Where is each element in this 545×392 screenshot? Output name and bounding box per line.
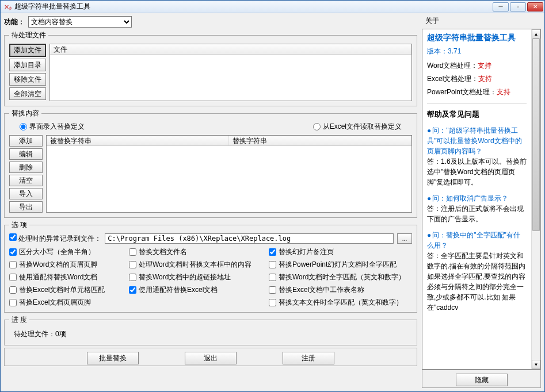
about-label: 关于 [422, 14, 541, 29]
opt-ppt-whole-word[interactable]: 替换PowerPoint幻灯片文档时全字匹配 [269, 260, 412, 270]
batch-replace-button[interactable]: 批量替换 [87, 352, 139, 364]
scroll-up-icon[interactable]: ▲ [532, 29, 540, 39]
source-column-header: 被替换字符串 [47, 136, 229, 145]
opt-word-header-footer[interactable]: 替换Word文档的页眉页脚 [9, 260, 124, 270]
opt-excel-header-footer[interactable]: 替换Excel文档页眉页脚 [9, 298, 124, 308]
pending-files-legend: 待处理文件 [9, 30, 48, 40]
radio-excel-input[interactable]: 从Excel文件读取替换定义 [313, 122, 402, 132]
opt-excel-wildcard[interactable]: 使用通配符替换Excel文档 [129, 285, 264, 295]
add-file-button[interactable]: 添加文件 [9, 44, 46, 57]
add-button[interactable]: 添加 [9, 135, 43, 147]
opt-word-textbox[interactable]: 处理Word文档时替换文本框中的内容 [129, 260, 264, 270]
browse-button[interactable]: ... [397, 233, 412, 244]
function-select[interactable]: 文档内容替换 [28, 16, 132, 28]
about-version: 版本：3.71 [427, 47, 527, 56]
progress-text: 待处理文件：0项 [9, 328, 412, 340]
opt-replace-filename[interactable]: 替换文档文件名 [129, 247, 264, 257]
options-group: 选 项 处理时的异常记录到文件： ... 区分大小写（全角半角） 替换文档文件名… [4, 220, 417, 313]
register-button[interactable]: 注册 [283, 352, 334, 364]
scroll-down-icon[interactable]: ▼ [532, 360, 540, 369]
opt-ppt-notes[interactable]: 替换幻灯片备注页 [269, 247, 412, 257]
clear-all-button[interactable]: 全部清空 [9, 87, 46, 100]
clear-button[interactable]: 清空 [9, 175, 43, 186]
exit-button[interactable]: 退出 [185, 352, 237, 364]
faq-title: 帮助及常见问题 [427, 109, 527, 120]
function-label: 功能： [4, 17, 25, 27]
radio-ui-input[interactable]: 界面录入替换定义 [20, 122, 85, 132]
replace-content-group: 替换内容 界面录入替换定义 从Excel文件读取替换定义 添加 编辑 [4, 109, 417, 218]
opt-word-whole-word[interactable]: 替换Word文档时全字匹配（英文和数字） [269, 272, 412, 282]
hide-button[interactable]: 隐藏 [456, 374, 508, 386]
progress-group: 进 度 待处理文件：0项 [4, 315, 417, 345]
add-folder-button[interactable]: 添加目录 [9, 59, 46, 71]
log-checkbox[interactable]: 处理时的异常记录到文件： [9, 233, 101, 244]
about-box: 超级字符串批量替换工具 版本：3.71 Word文档处理：支持 Excel文档处… [422, 29, 541, 370]
faq-item: ●问："超级字符串批量替换工具"可以批量替换Word文档中的页眉页脚内容吗？ 答… [427, 125, 527, 187]
options-legend: 选 项 [9, 220, 29, 230]
import-button[interactable]: 导入 [9, 188, 43, 199]
scrollbar[interactable]: ▲ ▼ [531, 29, 540, 369]
faq-item: ●问：如何取消广告显示？ 答：注册后的正式版将不会出现下面的广告显示。 [427, 193, 527, 224]
faq-question-link[interactable]: 问：如何取消广告显示？ [432, 194, 508, 202]
faq-item: ●问：替换中的"全字匹配"有什么用？ 答：全字匹配主要是针对英文和数字的.指在有… [427, 230, 527, 313]
faq-question-link[interactable]: 问："超级字符串批量替换工具"可以批量替换Word文档中的页眉页脚内容吗？ [427, 126, 522, 155]
export-button[interactable]: 导出 [9, 201, 43, 213]
opt-excel-sheet-name[interactable]: 替换Excel文档中工作表名称 [269, 285, 412, 295]
opt-case-sensitive[interactable]: 区分大小写（全角半角） [9, 247, 124, 257]
about-title: 超级字符串批量替换工具 [427, 33, 527, 43]
edit-button[interactable]: 编辑 [9, 148, 43, 160]
maximize-button[interactable]: ▫ [510, 2, 526, 11]
file-list[interactable]: 文件 [49, 44, 412, 101]
file-column-header: 文件 [50, 44, 411, 54]
replace-list[interactable]: 被替换字符串 替换字符串 [46, 135, 412, 213]
titlebar: ✕ᵦ 超级字符串批量替换工具 ─ ▫ ✕ [1, 1, 544, 13]
log-path-input[interactable] [105, 233, 394, 244]
scroll-thumb[interactable] [532, 39, 540, 231]
opt-text-whole-word[interactable]: 替换文本文件时全字匹配（英文和数字） [269, 298, 412, 308]
close-button[interactable]: ✕ [527, 2, 543, 11]
minimize-button[interactable]: ─ [493, 2, 509, 11]
target-column-header: 替换字符串 [229, 136, 411, 145]
delete-button[interactable]: 删除 [9, 162, 43, 173]
opt-word-hyperlink[interactable]: 替换Word文档中的超链接地址 [129, 272, 264, 282]
opt-word-wildcard[interactable]: 使用通配符替换Word文档 [9, 272, 124, 282]
remove-file-button[interactable]: 移除文件 [9, 73, 46, 86]
pending-files-group: 待处理文件 添加文件 添加目录 移除文件 全部清空 文件 [4, 30, 417, 106]
app-icon: ✕ᵦ [4, 3, 12, 11]
window-title: 超级字符串批量替换工具 [14, 2, 493, 11]
opt-excel-cell-match[interactable]: 替换Excel文档时单元格匹配 [9, 285, 124, 295]
progress-legend: 进 度 [9, 315, 29, 325]
faq-question-link[interactable]: 问：替换中的"全字匹配"有什么用？ [427, 231, 520, 249]
replace-content-legend: 替换内容 [9, 109, 41, 118]
